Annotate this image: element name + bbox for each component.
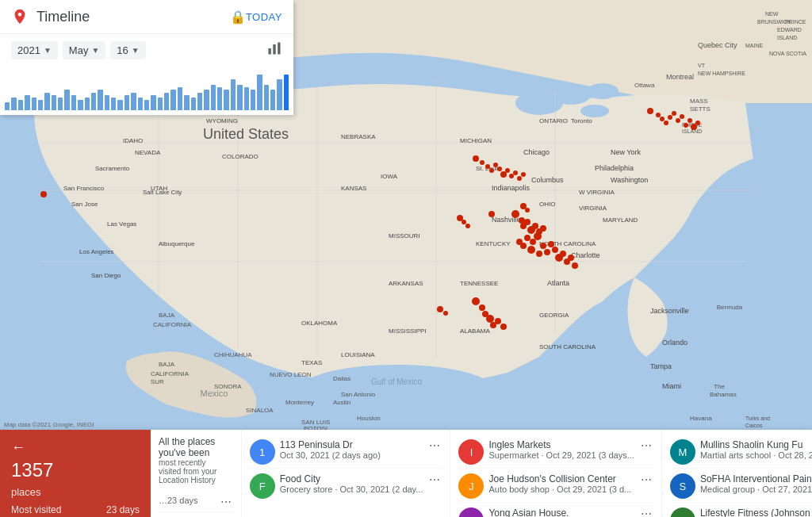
more-icon[interactable]: ⋯: [427, 473, 442, 486]
list-item[interactable]: M Mullins Shaolin Kung Fu Martial arts s…: [670, 436, 812, 469]
svg-text:SOUTH CAROLINA: SOUTH CAROLINA: [539, 343, 596, 350]
svg-text:OKLAHOMA: OKLAHOMA: [301, 320, 338, 327]
more-icon[interactable]: ⋯: [427, 439, 442, 452]
chart-bar[interactable]: [191, 98, 196, 110]
place-info: 113 Peninsula Dr Oct 30, 2021 (2 days ag…: [280, 439, 423, 460]
chart-bar[interactable]: [264, 85, 269, 110]
svg-text:Caicos: Caicos: [745, 423, 763, 428]
chart-bar[interactable]: [52, 95, 56, 110]
day-select[interactable]: 16 ▼: [110, 41, 145, 59]
chart-bar[interactable]: [217, 87, 222, 110]
chart-bar[interactable]: [277, 79, 282, 110]
places-column-2: 1 113 Peninsula Dr Oct 30, 2021 (2 days …: [241, 430, 450, 517]
chart-bar[interactable]: [184, 95, 189, 110]
chart-bar[interactable]: [124, 95, 129, 110]
today-button[interactable]: TODAY: [246, 11, 282, 23]
places-stats: Most visited 23 days Visited 20 days: [11, 504, 140, 517]
chart-bar[interactable]: [85, 98, 90, 110]
chart-bar[interactable]: [178, 87, 182, 110]
chart-bar[interactable]: [164, 93, 169, 111]
chart-bar[interactable]: [284, 75, 289, 110]
month-select[interactable]: May ▼: [63, 41, 105, 59]
more-icon[interactable]: ⋯: [639, 439, 653, 452]
chart-bar[interactable]: [71, 95, 76, 110]
chart-bar[interactable]: [231, 79, 236, 110]
chart-bar[interactable]: [131, 93, 136, 111]
chart-bar[interactable]: [18, 100, 23, 110]
svg-text:MARYLAND: MARYLAND: [603, 216, 638, 224]
more-icon[interactable]: ⋯: [639, 507, 653, 517]
svg-text:Jacksonville: Jacksonville: [650, 307, 689, 315]
svg-text:SONORA: SONORA: [214, 383, 242, 390]
chart-bar[interactable]: [237, 85, 242, 110]
svg-text:NEVADA: NEVADA: [135, 149, 161, 156]
list-item[interactable]: …23 days ⋯: [159, 492, 233, 512]
all-places-title: All the places you've been most recently…: [159, 436, 233, 484]
chart-bar[interactable]: [5, 102, 10, 110]
chart-bar[interactable]: [257, 75, 262, 110]
chart-icon-button[interactable]: [266, 40, 282, 60]
svg-text:EDWARD: EDWARD: [777, 27, 802, 33]
chart-bar[interactable]: [244, 87, 249, 110]
day-chevron-icon: ▼: [132, 46, 140, 55]
svg-text:GEORGIA: GEORGIA: [539, 312, 569, 319]
chart-bar[interactable]: [251, 90, 255, 110]
svg-text:Map data ©2021 Google, INEGI: Map data ©2021 Google, INEGI: [4, 421, 94, 428]
list-item[interactable]: …20 days ⋯: [159, 514, 233, 517]
list-item[interactable]: Y Yong Asian House. Asian · Oct 29, 2021…: [458, 504, 653, 517]
chart-bar[interactable]: [270, 90, 275, 110]
places-count: 1357: [11, 459, 140, 481]
list-item[interactable]: L Lifestyle Fitness (Johnson City Loc...…: [670, 504, 812, 517]
svg-text:NUEVO LEON: NUEVO LEON: [270, 371, 312, 378]
chart-bar[interactable]: [117, 100, 122, 110]
year-chevron-icon: ▼: [44, 46, 52, 55]
chart-bar[interactable]: [158, 98, 163, 110]
chart-bar[interactable]: [170, 90, 175, 110]
chart-bar[interactable]: [64, 90, 69, 110]
svg-text:CALIFORNIA: CALIFORNIA: [153, 321, 192, 328]
chart-bar[interactable]: [25, 95, 29, 110]
list-item[interactable]: S SoFHA Interventional Pain Manage... Me…: [670, 470, 812, 503]
back-arrow-icon[interactable]: ←: [11, 439, 25, 456]
place-info: Mullins Shaolin Kung Fu Martial arts sch…: [700, 439, 812, 460]
activity-chart[interactable]: [0, 67, 293, 110]
lock-icon: 🔒: [230, 10, 246, 25]
list-item[interactable]: I Ingles Markets Supermarket · Oct 29, 2…: [458, 436, 653, 469]
chart-bar[interactable]: [111, 98, 116, 110]
chart-bar[interactable]: [78, 100, 82, 110]
svg-text:Quebec City: Quebec City: [698, 41, 737, 49]
chart-bar[interactable]: [211, 85, 216, 110]
chart-bar[interactable]: [224, 90, 228, 110]
chart-bar[interactable]: [105, 95, 109, 110]
chart-bar[interactable]: [144, 100, 149, 110]
chart-bar[interactable]: [151, 95, 155, 110]
svg-text:The: The: [714, 383, 725, 390]
svg-text:San Francisco: San Francisco: [63, 185, 105, 192]
chart-bar[interactable]: [98, 90, 102, 110]
more-icon[interactable]: ⋯: [639, 473, 653, 486]
chart-bar[interactable]: [204, 90, 209, 110]
place-meta: Oct 30, 2021 (2 days ago): [280, 450, 423, 460]
chart-bar[interactable]: [32, 98, 36, 110]
chart-bar[interactable]: [91, 93, 96, 111]
place-info: SoFHA Interventional Pain Manage... Medi…: [700, 473, 812, 494]
chart-bar[interactable]: [11, 98, 16, 110]
chart-bar[interactable]: [197, 93, 202, 111]
chart-bar[interactable]: [138, 98, 143, 110]
svg-text:OHIO: OHIO: [539, 201, 555, 208]
svg-rect-108: [273, 44, 275, 55]
year-select[interactable]: 2021 ▼: [11, 41, 58, 59]
svg-point-4: [587, 83, 619, 99]
list-item[interactable]: 1 113 Peninsula Dr Oct 30, 2021 (2 days …: [250, 436, 442, 469]
svg-text:MASS: MASS: [690, 98, 708, 105]
list-item[interactable]: F Food City Grocery store · Oct 30, 2021…: [250, 470, 442, 502]
chart-bar[interactable]: [44, 93, 49, 111]
chart-bar[interactable]: [58, 98, 63, 110]
svg-text:Charlotte: Charlotte: [571, 251, 600, 259]
svg-text:New York: New York: [611, 148, 642, 156]
more-icon[interactable]: ⋯: [219, 496, 233, 508]
chart-bar[interactable]: [38, 100, 43, 110]
list-item[interactable]: J Joe Hudson's Collision Center Auto bod…: [458, 470, 653, 503]
svg-text:COLORADO: COLORADO: [222, 153, 259, 160]
svg-text:SUR: SUR: [151, 378, 164, 385]
